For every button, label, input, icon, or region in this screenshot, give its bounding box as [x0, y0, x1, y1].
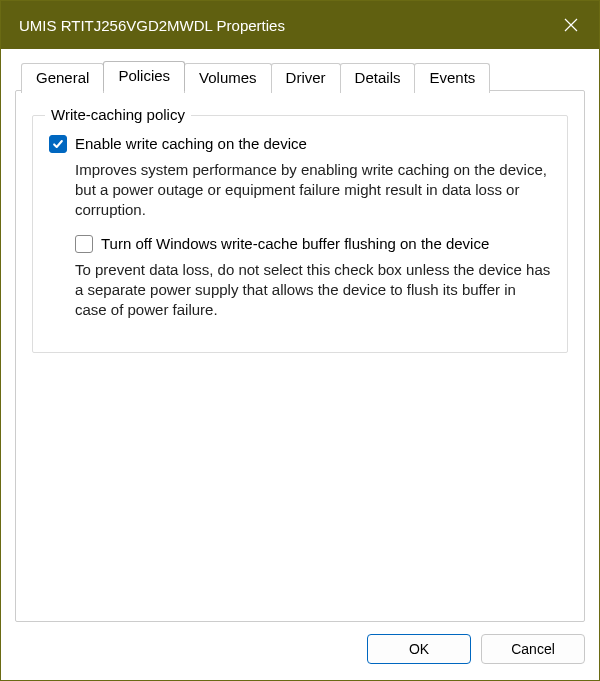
window-title: UMIS RTITJ256VGD2MWDL Properties [19, 17, 543, 34]
enable-write-caching-checkbox[interactable] [49, 135, 67, 153]
turn-off-flush-option: Turn off Windows write-cache buffer flus… [75, 234, 551, 254]
turn-off-flush-desc: To prevent data loss, do not select this… [75, 260, 551, 320]
turn-off-flush-checkbox[interactable] [75, 235, 93, 253]
write-caching-group: Write-caching policy Enable write cachin… [32, 115, 568, 353]
tab-details[interactable]: Details [340, 63, 416, 93]
enable-write-caching-desc: Improves system performance by enabling … [75, 160, 551, 220]
ok-button[interactable]: OK [367, 634, 471, 664]
enable-write-caching-option: Enable write caching on the device [49, 134, 551, 154]
enable-write-caching-label: Enable write caching on the device [75, 134, 307, 154]
tab-panel: Write-caching policy Enable write cachin… [15, 90, 585, 622]
titlebar: UMIS RTITJ256VGD2MWDL Properties [1, 1, 599, 49]
group-legend: Write-caching policy [45, 106, 191, 123]
dialog-body: General Policies Volumes Driver Details … [1, 49, 599, 680]
tab-general[interactable]: General [21, 63, 104, 93]
tab-strip: General Policies Volumes Driver Details … [21, 61, 585, 91]
tab-events[interactable]: Events [414, 63, 490, 93]
properties-dialog: UMIS RTITJ256VGD2MWDL Properties General… [0, 0, 600, 681]
button-bar: OK Cancel [15, 622, 585, 664]
check-icon [52, 138, 64, 150]
tab-volumes[interactable]: Volumes [184, 63, 272, 93]
close-icon [564, 18, 578, 32]
close-button[interactable] [543, 1, 599, 49]
turn-off-flush-label: Turn off Windows write-cache buffer flus… [101, 234, 489, 254]
tab-policies[interactable]: Policies [103, 61, 185, 91]
tab-driver[interactable]: Driver [271, 63, 341, 93]
cancel-button[interactable]: Cancel [481, 634, 585, 664]
